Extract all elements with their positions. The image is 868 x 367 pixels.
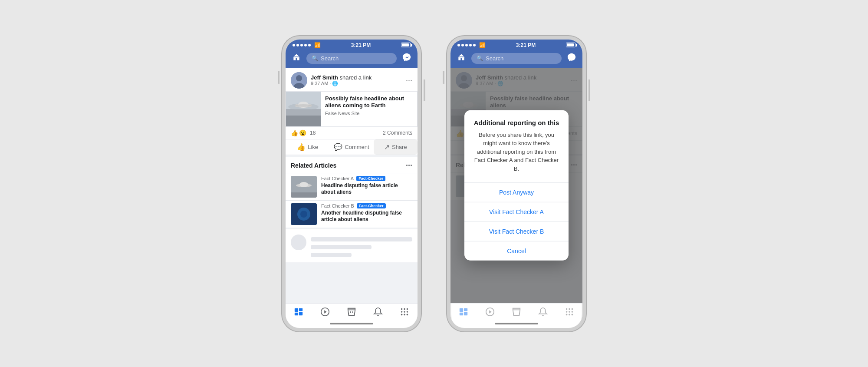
post-card-1: Jeff Smith shared a link 9:37 AM · 🌐 ··· bbox=[286, 68, 418, 155]
svg-rect-17 bbox=[295, 308, 298, 311]
svg-marker-22 bbox=[324, 310, 327, 313]
svg-point-1 bbox=[296, 75, 302, 81]
placeholder-lines-1 bbox=[311, 237, 412, 257]
post-author-1: Jeff Smith shared a link bbox=[311, 74, 402, 81]
tab-home-1[interactable] bbox=[286, 307, 312, 317]
messenger-icon-1[interactable] bbox=[400, 53, 413, 64]
search-icon-2: 🔍 bbox=[477, 55, 483, 61]
svg-point-24 bbox=[404, 308, 405, 310]
home-indicator-2 bbox=[450, 319, 582, 328]
search-bar-2[interactable]: 🔍 Search bbox=[471, 53, 562, 64]
tab-video-1[interactable] bbox=[312, 307, 339, 317]
tab-home-2[interactable] bbox=[450, 307, 477, 317]
like-button-1[interactable]: 👍 Like bbox=[286, 139, 329, 155]
tab-notifications-2[interactable] bbox=[529, 307, 556, 317]
related-header-1: Related Articles ··· bbox=[286, 157, 418, 173]
svg-rect-44 bbox=[464, 312, 467, 315]
battery-icon-2 bbox=[566, 43, 575, 47]
tab-menu-1[interactable] bbox=[391, 307, 418, 317]
svg-point-50 bbox=[566, 311, 567, 313]
home-nav-icon-2[interactable] bbox=[455, 53, 468, 64]
svg-point-30 bbox=[404, 314, 405, 315]
related-text-1: Fact Checker A Fact-Checker Headline dis… bbox=[321, 176, 412, 196]
nav-bar-2: 🔍 Search bbox=[450, 50, 582, 68]
home-nav-icon[interactable] bbox=[290, 53, 303, 64]
related-source-1: Fact Checker A bbox=[321, 176, 354, 181]
post-header-1: Jeff Smith shared a link 9:37 AM · 🌐 ··· bbox=[286, 68, 418, 91]
placeholder-avatar-1 bbox=[291, 235, 306, 250]
post-meta-1: Jeff Smith shared a link 9:37 AM · 🌐 bbox=[311, 74, 402, 86]
svg-rect-19 bbox=[299, 308, 302, 311]
related-source-row-1: Fact Checker A Fact-Checker bbox=[321, 176, 412, 181]
feed-2: Jeff Smith shared a link 9:37 AM · 🌐 ··· bbox=[450, 68, 582, 303]
share-button-1[interactable]: ↗ Share bbox=[374, 139, 418, 155]
svg-rect-41 bbox=[460, 308, 463, 311]
share-icon-1: ↗ bbox=[384, 143, 390, 151]
svg-point-23 bbox=[401, 308, 402, 310]
svg-rect-18 bbox=[295, 312, 298, 315]
modal-dialog: Additional reporting on this Before you … bbox=[464, 110, 569, 261]
article-headline-1: Possibly false headline about aliens com… bbox=[325, 95, 413, 110]
related-item-2[interactable]: Fact Checker B Fact-Checker Another head… bbox=[286, 200, 418, 228]
signal-dots bbox=[293, 44, 311, 46]
related-item-1[interactable]: Fact Checker A Fact-Checker Headline dis… bbox=[286, 173, 418, 200]
svg-point-52 bbox=[571, 311, 573, 313]
phone2-wrapper: 📶 3:21 PM 🔍 Search bbox=[447, 36, 586, 331]
phone1-wrapper: 📶 3:21 PM 🔍 Search bbox=[282, 36, 421, 331]
comment-button-1[interactable]: 💬 Comment bbox=[329, 139, 373, 155]
action-row-1: 👍 Like 💬 Comment ↗ Share bbox=[286, 139, 418, 155]
placeholder-post-1 bbox=[286, 229, 418, 262]
svg-point-28 bbox=[406, 311, 408, 313]
svg-point-49 bbox=[571, 308, 573, 310]
svg-point-53 bbox=[566, 314, 567, 315]
more-btn-1[interactable]: ··· bbox=[406, 76, 412, 85]
modal-body: Additional reporting on this Before you … bbox=[464, 110, 569, 177]
battery-area-1 bbox=[401, 43, 411, 47]
related-headline-1: Headline disputing false article about a… bbox=[321, 182, 412, 196]
status-time-1: 3:21 PM bbox=[351, 42, 371, 48]
comment-count-1[interactable]: 2 Comments bbox=[383, 130, 412, 136]
reaction-count-1: 18 bbox=[310, 130, 316, 136]
related-more-btn-1[interactable]: ··· bbox=[406, 161, 412, 170]
phone1: 📶 3:21 PM 🔍 Search bbox=[282, 36, 421, 331]
visit-fact-checker-b-button[interactable]: Visit Fact Checker B bbox=[464, 222, 569, 241]
messenger-icon-2[interactable] bbox=[565, 53, 578, 64]
tab-video-2[interactable] bbox=[477, 307, 503, 317]
visit-fact-checker-a-button[interactable]: Visit Fact Checker A bbox=[464, 202, 569, 222]
svg-point-8 bbox=[295, 104, 312, 107]
svg-point-51 bbox=[569, 311, 570, 313]
phone2: 📶 3:21 PM 🔍 Search bbox=[447, 36, 586, 331]
status-bar-1: 📶 3:21 PM bbox=[286, 40, 418, 50]
svg-marker-46 bbox=[489, 310, 492, 313]
tab-marketplace-2[interactable] bbox=[503, 307, 530, 317]
avatar-jeff-1 bbox=[291, 72, 307, 89]
comment-icon-1: 💬 bbox=[334, 143, 342, 151]
phones-container: 📶 3:21 PM 🔍 Search bbox=[282, 36, 586, 331]
tab-notifications-1[interactable] bbox=[365, 307, 391, 317]
like-icon-1: 👍 bbox=[297, 143, 306, 151]
related-thumb-item-1 bbox=[291, 176, 317, 198]
svg-point-47 bbox=[566, 308, 567, 310]
related-headline-2: Another headline disputing false article… bbox=[321, 210, 412, 223]
cancel-button[interactable]: Cancel bbox=[464, 241, 569, 261]
tab-marketplace-1[interactable] bbox=[339, 307, 365, 317]
svg-rect-20 bbox=[299, 312, 302, 315]
signal-area: 📶 bbox=[293, 42, 321, 48]
search-bar-1[interactable]: 🔍 Search bbox=[306, 53, 397, 64]
reaction-icons-1: 👍 😮 bbox=[291, 129, 306, 136]
related-source-row-2: Fact Checker B Fact-Checker bbox=[321, 203, 412, 208]
signal-dots-2 bbox=[457, 44, 476, 46]
svg-point-55 bbox=[571, 314, 573, 315]
svg-rect-42 bbox=[460, 312, 463, 315]
post-subtext-1: 9:37 AM · 🌐 bbox=[311, 81, 402, 86]
wifi-icon-2: 📶 bbox=[479, 42, 486, 48]
fact-checker-badge-2: Fact-Checker bbox=[357, 203, 386, 208]
status-bar-2: 📶 3:21 PM bbox=[450, 40, 582, 50]
related-source-2: Fact Checker B bbox=[321, 203, 354, 208]
search-placeholder-2: Search bbox=[486, 55, 503, 62]
svg-point-48 bbox=[569, 308, 570, 310]
status-time-2: 3:21 PM bbox=[516, 42, 536, 48]
tab-menu-2[interactable] bbox=[556, 307, 582, 317]
article-text-1: Possibly false headline about aliens com… bbox=[321, 92, 417, 126]
post-anyway-button[interactable]: Post Anyway bbox=[464, 182, 569, 202]
